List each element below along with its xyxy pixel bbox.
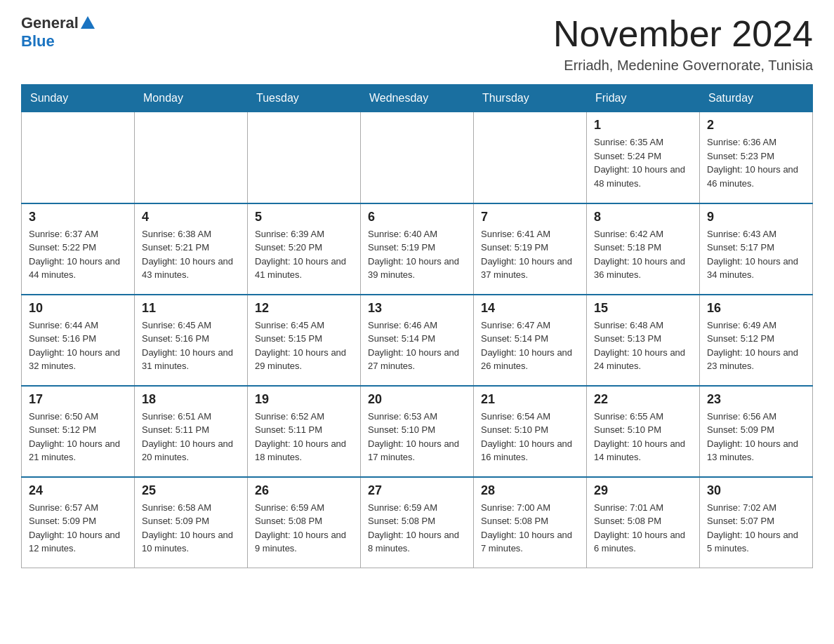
day-number: 20 bbox=[368, 392, 466, 407]
day-cell bbox=[474, 112, 587, 203]
logo: General Blue bbox=[21, 14, 95, 51]
day-cell: 7Sunrise: 6:41 AMSunset: 5:19 PMDaylight… bbox=[474, 203, 587, 295]
day-cell: 5Sunrise: 6:39 AMSunset: 5:20 PMDaylight… bbox=[248, 203, 361, 295]
day-number: 26 bbox=[255, 483, 353, 498]
day-cell: 13Sunrise: 6:46 AMSunset: 5:14 PMDayligh… bbox=[361, 295, 474, 386]
day-number: 15 bbox=[594, 301, 692, 316]
day-info: Sunrise: 7:01 AMSunset: 5:08 PMDaylight:… bbox=[594, 501, 692, 556]
day-cell: 27Sunrise: 6:59 AMSunset: 5:08 PMDayligh… bbox=[361, 477, 474, 568]
day-info: Sunrise: 6:48 AMSunset: 5:13 PMDaylight:… bbox=[594, 318, 692, 373]
day-info: Sunrise: 6:37 AMSunset: 5:22 PMDaylight:… bbox=[29, 227, 127, 282]
day-info: Sunrise: 6:40 AMSunset: 5:19 PMDaylight:… bbox=[368, 227, 466, 282]
day-info: Sunrise: 6:41 AMSunset: 5:19 PMDaylight:… bbox=[481, 227, 579, 282]
day-number: 6 bbox=[368, 210, 466, 224]
day-info: Sunrise: 6:45 AMSunset: 5:16 PMDaylight:… bbox=[142, 318, 240, 373]
day-cell: 11Sunrise: 6:45 AMSunset: 5:16 PMDayligh… bbox=[135, 295, 248, 386]
logo-general-text: General bbox=[21, 14, 95, 32]
day-cell: 21Sunrise: 6:54 AMSunset: 5:10 PMDayligh… bbox=[474, 386, 587, 477]
day-cell: 8Sunrise: 6:42 AMSunset: 5:18 PMDaylight… bbox=[587, 203, 700, 295]
logo-triangle-icon bbox=[81, 16, 95, 29]
day-info: Sunrise: 7:02 AMSunset: 5:07 PMDaylight:… bbox=[707, 501, 805, 556]
day-number: 24 bbox=[29, 483, 127, 498]
day-cell: 20Sunrise: 6:53 AMSunset: 5:10 PMDayligh… bbox=[361, 386, 474, 477]
day-number: 25 bbox=[142, 483, 240, 498]
day-number: 11 bbox=[142, 301, 240, 316]
day-cell bbox=[135, 112, 248, 203]
day-info: Sunrise: 6:38 AMSunset: 5:21 PMDaylight:… bbox=[142, 227, 240, 282]
day-info: Sunrise: 6:50 AMSunset: 5:12 PMDaylight:… bbox=[29, 410, 127, 464]
day-number: 7 bbox=[481, 210, 579, 224]
day-cell bbox=[248, 112, 361, 203]
day-info: Sunrise: 6:43 AMSunset: 5:17 PMDaylight:… bbox=[707, 227, 805, 282]
day-cell: 9Sunrise: 6:43 AMSunset: 5:17 PMDaylight… bbox=[700, 203, 813, 295]
day-cell: 3Sunrise: 6:37 AMSunset: 5:22 PMDaylight… bbox=[22, 203, 135, 295]
day-number: 16 bbox=[707, 301, 805, 316]
day-number: 21 bbox=[481, 392, 579, 407]
day-info: Sunrise: 6:45 AMSunset: 5:15 PMDaylight:… bbox=[255, 318, 353, 373]
day-number: 23 bbox=[707, 392, 805, 407]
day-cell: 26Sunrise: 6:59 AMSunset: 5:08 PMDayligh… bbox=[248, 477, 361, 568]
day-info: Sunrise: 6:58 AMSunset: 5:09 PMDaylight:… bbox=[142, 501, 240, 556]
day-number: 28 bbox=[481, 483, 579, 498]
day-number: 19 bbox=[255, 392, 353, 407]
day-info: Sunrise: 6:56 AMSunset: 5:09 PMDaylight:… bbox=[707, 410, 805, 464]
day-info: Sunrise: 6:52 AMSunset: 5:11 PMDaylight:… bbox=[255, 410, 353, 464]
day-number: 4 bbox=[142, 210, 240, 224]
day-cell: 22Sunrise: 6:55 AMSunset: 5:10 PMDayligh… bbox=[587, 386, 700, 477]
day-info: Sunrise: 6:54 AMSunset: 5:10 PMDaylight:… bbox=[481, 410, 579, 464]
day-info: Sunrise: 6:47 AMSunset: 5:14 PMDaylight:… bbox=[481, 318, 579, 373]
location-title: Erriadh, Medenine Governorate, Tunisia bbox=[553, 58, 813, 74]
day-cell: 14Sunrise: 6:47 AMSunset: 5:14 PMDayligh… bbox=[474, 295, 587, 386]
day-info: Sunrise: 6:53 AMSunset: 5:10 PMDaylight:… bbox=[368, 410, 466, 464]
day-cell: 12Sunrise: 6:45 AMSunset: 5:15 PMDayligh… bbox=[248, 295, 361, 386]
day-info: Sunrise: 6:59 AMSunset: 5:08 PMDaylight:… bbox=[255, 501, 353, 556]
day-of-week-header: Tuesday bbox=[248, 85, 361, 112]
day-info: Sunrise: 6:49 AMSunset: 5:12 PMDaylight:… bbox=[707, 318, 805, 373]
header-row: SundayMondayTuesdayWednesdayThursdayFrid… bbox=[22, 85, 813, 112]
day-of-week-header: Monday bbox=[135, 85, 248, 112]
day-number: 3 bbox=[29, 210, 127, 224]
day-cell bbox=[22, 112, 135, 203]
day-info: Sunrise: 6:51 AMSunset: 5:11 PMDaylight:… bbox=[142, 410, 240, 464]
day-number: 2 bbox=[707, 118, 805, 133]
week-row: 3Sunrise: 6:37 AMSunset: 5:22 PMDaylight… bbox=[22, 203, 813, 295]
day-of-week-header: Sunday bbox=[22, 85, 135, 112]
day-of-week-header: Wednesday bbox=[361, 85, 474, 112]
day-number: 22 bbox=[594, 392, 692, 407]
day-number: 12 bbox=[255, 301, 353, 316]
day-info: Sunrise: 6:35 AMSunset: 5:24 PMDaylight:… bbox=[594, 135, 692, 190]
day-number: 13 bbox=[368, 301, 466, 316]
day-info: Sunrise: 6:44 AMSunset: 5:16 PMDaylight:… bbox=[29, 318, 127, 373]
logo-blue-text: Blue bbox=[21, 32, 55, 51]
page-header: General Blue November 2024 Erriadh, Mede… bbox=[21, 14, 813, 74]
day-cell: 10Sunrise: 6:44 AMSunset: 5:16 PMDayligh… bbox=[22, 295, 135, 386]
day-cell: 17Sunrise: 6:50 AMSunset: 5:12 PMDayligh… bbox=[22, 386, 135, 477]
day-number: 27 bbox=[368, 483, 466, 498]
day-cell: 19Sunrise: 6:52 AMSunset: 5:11 PMDayligh… bbox=[248, 386, 361, 477]
day-info: Sunrise: 6:42 AMSunset: 5:18 PMDaylight:… bbox=[594, 227, 692, 282]
day-cell: 28Sunrise: 7:00 AMSunset: 5:08 PMDayligh… bbox=[474, 477, 587, 568]
day-number: 17 bbox=[29, 392, 127, 407]
day-info: Sunrise: 6:46 AMSunset: 5:14 PMDaylight:… bbox=[368, 318, 466, 373]
week-row: 1Sunrise: 6:35 AMSunset: 5:24 PMDaylight… bbox=[22, 112, 813, 203]
week-row: 10Sunrise: 6:44 AMSunset: 5:16 PMDayligh… bbox=[22, 295, 813, 386]
day-number: 29 bbox=[594, 483, 692, 498]
day-cell: 6Sunrise: 6:40 AMSunset: 5:19 PMDaylight… bbox=[361, 203, 474, 295]
day-number: 8 bbox=[594, 210, 692, 224]
day-of-week-header: Saturday bbox=[700, 85, 813, 112]
day-of-week-header: Friday bbox=[587, 85, 700, 112]
day-info: Sunrise: 6:36 AMSunset: 5:23 PMDaylight:… bbox=[707, 135, 805, 190]
day-info: Sunrise: 7:00 AMSunset: 5:08 PMDaylight:… bbox=[481, 501, 579, 556]
day-cell: 2Sunrise: 6:36 AMSunset: 5:23 PMDaylight… bbox=[700, 112, 813, 203]
logo-general-label: General bbox=[21, 14, 79, 32]
day-number: 9 bbox=[707, 210, 805, 224]
week-row: 17Sunrise: 6:50 AMSunset: 5:12 PMDayligh… bbox=[22, 386, 813, 477]
day-cell: 16Sunrise: 6:49 AMSunset: 5:12 PMDayligh… bbox=[700, 295, 813, 386]
month-title: November 2024 bbox=[553, 14, 813, 54]
calendar-table: SundayMondayTuesdayWednesdayThursdayFrid… bbox=[21, 84, 813, 568]
day-info: Sunrise: 6:57 AMSunset: 5:09 PMDaylight:… bbox=[29, 501, 127, 556]
day-info: Sunrise: 6:39 AMSunset: 5:20 PMDaylight:… bbox=[255, 227, 353, 282]
day-number: 18 bbox=[142, 392, 240, 407]
day-cell: 15Sunrise: 6:48 AMSunset: 5:13 PMDayligh… bbox=[587, 295, 700, 386]
day-cell: 18Sunrise: 6:51 AMSunset: 5:11 PMDayligh… bbox=[135, 386, 248, 477]
